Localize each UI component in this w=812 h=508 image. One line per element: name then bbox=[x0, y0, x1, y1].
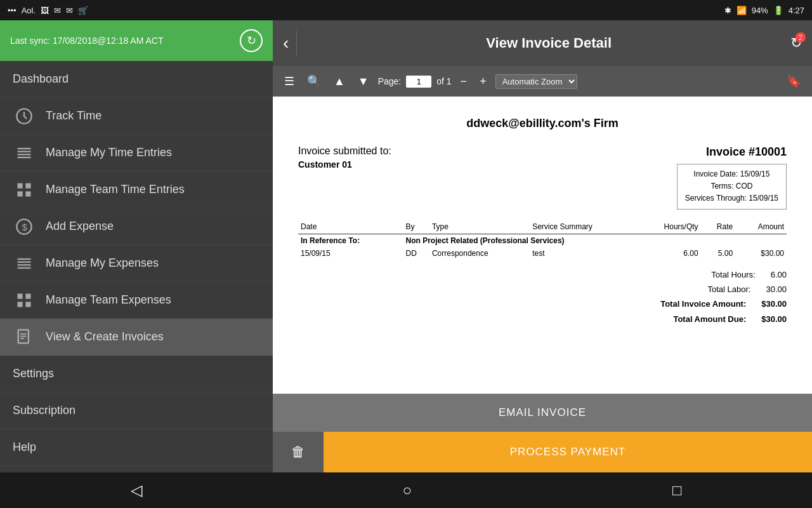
back-nav-button[interactable]: ◁ bbox=[126, 476, 147, 504]
terms-row: Terms: COD bbox=[685, 180, 778, 192]
zoom-out-button[interactable]: − bbox=[457, 72, 471, 91]
doc-icon bbox=[13, 328, 36, 346]
sync-button[interactable]: ↻ bbox=[240, 29, 263, 52]
sidebar-item-team-time-entries[interactable]: Manage Team Time Entries bbox=[0, 171, 273, 208]
sidebar-item-my-expenses[interactable]: Manage My Expenses bbox=[0, 245, 273, 282]
sidebar-label: Manage Team Time Entries bbox=[46, 183, 185, 196]
sidebar-item-invoices[interactable]: View & Create Invoices bbox=[0, 319, 273, 356]
svg-rect-14 bbox=[18, 267, 31, 268]
email-invoice-button[interactable]: EMAIL INVOICE bbox=[273, 394, 812, 432]
grid-icon bbox=[13, 181, 36, 199]
clock: 4:27 bbox=[789, 6, 804, 15]
process-payment-button[interactable]: PROCESS PAYMENT bbox=[324, 432, 812, 472]
col-by: By bbox=[403, 220, 429, 234]
prev-page-button[interactable]: ▲ bbox=[330, 72, 349, 91]
invoice-number-block: Invoice #10001 Invoice Date: 15/09/15 Te… bbox=[677, 145, 787, 210]
notifications-button[interactable]: ↻ 2 bbox=[790, 35, 802, 51]
svg-text:$: $ bbox=[22, 221, 28, 232]
svg-rect-18 bbox=[25, 302, 30, 307]
invoice-date-row: Invoice Date: 15/09/15 bbox=[685, 168, 778, 180]
home-nav-button[interactable]: ○ bbox=[398, 476, 417, 504]
col-amount: Amount bbox=[735, 220, 787, 234]
battery-icon: 🔋 bbox=[773, 6, 783, 15]
trash-icon: 🗑 bbox=[291, 444, 305, 460]
wifi-icon: 📶 bbox=[737, 6, 747, 15]
recent-nav-button[interactable]: □ bbox=[667, 476, 687, 504]
invoice-area: ddweck@ebillity.com's Firm Invoice submi… bbox=[273, 97, 812, 394]
svg-rect-2 bbox=[18, 150, 31, 152]
sidebar-item-subscription[interactable]: Subscription bbox=[0, 392, 273, 429]
invoice-table: Date By Type Service Summary Hours/Qty R… bbox=[298, 220, 787, 260]
svg-rect-8 bbox=[25, 191, 30, 196]
row-summary: test bbox=[530, 247, 636, 260]
col-rate: Rate bbox=[701, 220, 736, 234]
page-input[interactable] bbox=[406, 76, 431, 88]
bottom-nav: ◁ ○ □ bbox=[0, 472, 812, 508]
grid2-icon bbox=[13, 291, 36, 309]
sidebar-toggle-button[interactable]: ☰ bbox=[280, 72, 298, 91]
services-through-row: Services Through: 15/09/15 bbox=[685, 192, 778, 204]
svg-rect-15 bbox=[18, 293, 23, 298]
svg-rect-4 bbox=[18, 156, 31, 157]
svg-rect-5 bbox=[18, 183, 23, 188]
svg-rect-16 bbox=[25, 293, 30, 298]
zoom-in-button[interactable]: + bbox=[476, 72, 490, 91]
table-header-row: Date By Type Service Summary Hours/Qty R… bbox=[298, 220, 787, 234]
next-page-button[interactable]: ▼ bbox=[354, 72, 373, 91]
dollar-icon: $ bbox=[13, 218, 36, 236]
bottom-actions: 🗑 PROCESS PAYMENT bbox=[273, 432, 812, 472]
bookmark-button[interactable]: 🔖 bbox=[783, 72, 804, 91]
sidebar-item-track-time[interactable]: Track Time bbox=[0, 98, 273, 135]
status-mail2: ✉ bbox=[66, 6, 73, 15]
ref-value: Non Project Related (Professional Servic… bbox=[403, 234, 787, 247]
row-by: DD bbox=[403, 247, 429, 260]
sidebar: Last sync: 17/08/2018@12:18 AM ACT ↻ Das… bbox=[0, 20, 273, 472]
col-hours: Hours/Qty bbox=[636, 220, 700, 234]
back-button[interactable]: ‹ bbox=[283, 33, 289, 53]
svg-rect-13 bbox=[18, 264, 31, 265]
sidebar-label: Manage Team Expenses bbox=[46, 293, 171, 307]
invoice-number: Invoice #10001 bbox=[677, 145, 787, 159]
sidebar-item-help[interactable]: Help bbox=[0, 429, 273, 466]
col-type: Type bbox=[429, 220, 530, 234]
sidebar-item-dashboard[interactable]: Dashboard bbox=[0, 61, 273, 98]
sidebar-item-settings[interactable]: Settings bbox=[0, 356, 273, 392]
settings-label: Settings bbox=[13, 367, 54, 380]
sidebar-label: Add Expense bbox=[46, 220, 114, 233]
ref-label: In Reference To: bbox=[298, 234, 403, 247]
svg-rect-12 bbox=[18, 261, 31, 262]
invoice-header: Invoice submitted to: Customer 01 Invoic… bbox=[298, 145, 787, 210]
status-left: ••• Aol. 🖼 ✉ ✉ 🛒 bbox=[8, 6, 88, 15]
sidebar-item-team-expenses[interactable]: Manage Team Expenses bbox=[0, 282, 273, 319]
bluetooth-icon: ✱ bbox=[724, 6, 731, 15]
svg-rect-11 bbox=[18, 258, 31, 259]
sidebar-item-my-time-entries[interactable]: Manage My Time Entries bbox=[0, 135, 273, 171]
row-amount: $30.00 bbox=[735, 247, 787, 260]
sync-bar: Last sync: 17/08/2018@12:18 AM ACT ↻ bbox=[0, 20, 273, 61]
invoice-summary: Total Hours:6.00 Total Labor:30.00 Total… bbox=[298, 267, 787, 327]
pdf-toolbar: ☰ 🔍 ▲ ▼ Page: of 1 − + Automatic Zoom 🔖 bbox=[273, 66, 812, 97]
firm-name: ddweck@ebillity.com's Firm bbox=[298, 117, 787, 130]
top-bar: ‹ View Invoice Detail ↻ 2 bbox=[273, 20, 812, 66]
total-pages: of 1 bbox=[436, 76, 451, 86]
zoom-select[interactable]: Automatic Zoom bbox=[495, 74, 577, 89]
sidebar-label: View & Create Invoices bbox=[46, 330, 164, 344]
search-button[interactable]: 🔍 bbox=[303, 72, 325, 91]
list-icon bbox=[13, 144, 36, 162]
clock-icon bbox=[13, 107, 36, 125]
sidebar-label: Manage My Time Entries bbox=[46, 146, 172, 159]
row-rate: 5.00 bbox=[701, 247, 736, 260]
svg-rect-17 bbox=[18, 302, 23, 307]
page-title: View Invoice Detail bbox=[307, 35, 790, 51]
col-date: Date bbox=[298, 220, 403, 234]
badge-count: 2 bbox=[796, 32, 806, 43]
total-hours-line: Total Hours:6.00 bbox=[298, 267, 787, 282]
status-dots: ••• bbox=[8, 6, 16, 15]
svg-rect-22 bbox=[20, 338, 24, 339]
svg-rect-21 bbox=[20, 335, 26, 337]
page-label: Page: bbox=[378, 76, 402, 86]
reference-row: In Reference To: Non Project Related (Pr… bbox=[298, 234, 787, 247]
sidebar-label: Manage My Expenses bbox=[46, 257, 159, 270]
sidebar-item-add-expense[interactable]: $ Add Expense bbox=[0, 208, 273, 245]
delete-button[interactable]: 🗑 bbox=[273, 432, 324, 472]
